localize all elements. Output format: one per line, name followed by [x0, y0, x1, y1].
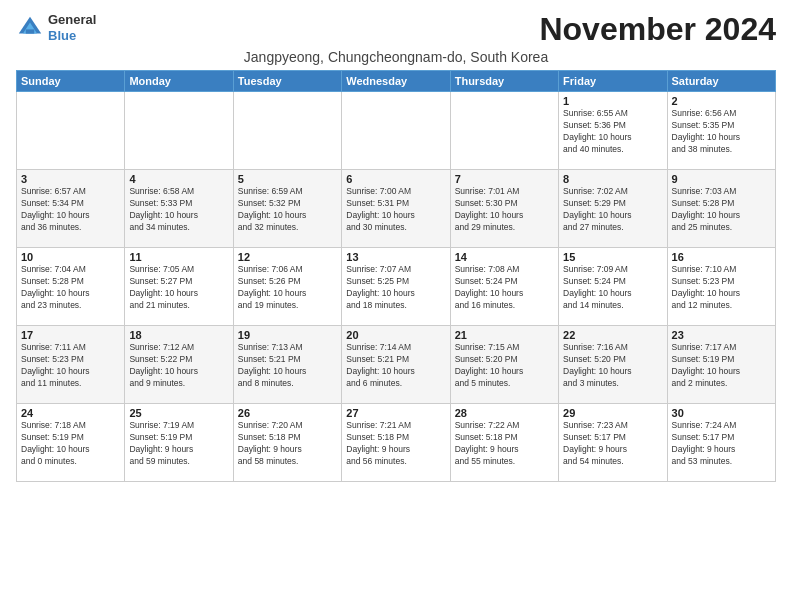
table-row: 20Sunrise: 7:14 AM Sunset: 5:21 PM Dayli… — [342, 326, 450, 404]
table-row: 5Sunrise: 6:59 AM Sunset: 5:32 PM Daylig… — [233, 170, 341, 248]
table-row — [450, 92, 558, 170]
day-info: Sunrise: 7:23 AM Sunset: 5:17 PM Dayligh… — [563, 420, 662, 468]
day-number: 20 — [346, 329, 445, 341]
col-friday: Friday — [559, 71, 667, 92]
day-number: 6 — [346, 173, 445, 185]
day-info: Sunrise: 7:13 AM Sunset: 5:21 PM Dayligh… — [238, 342, 337, 390]
table-row: 16Sunrise: 7:10 AM Sunset: 5:23 PM Dayli… — [667, 248, 775, 326]
day-info: Sunrise: 6:55 AM Sunset: 5:36 PM Dayligh… — [563, 108, 662, 156]
day-info: Sunrise: 7:03 AM Sunset: 5:28 PM Dayligh… — [672, 186, 771, 234]
day-info: Sunrise: 7:15 AM Sunset: 5:20 PM Dayligh… — [455, 342, 554, 390]
calendar-header-row: Sunday Monday Tuesday Wednesday Thursday… — [17, 71, 776, 92]
day-info: Sunrise: 7:19 AM Sunset: 5:19 PM Dayligh… — [129, 420, 228, 468]
day-info: Sunrise: 7:12 AM Sunset: 5:22 PM Dayligh… — [129, 342, 228, 390]
day-info: Sunrise: 6:58 AM Sunset: 5:33 PM Dayligh… — [129, 186, 228, 234]
table-row: 26Sunrise: 7:20 AM Sunset: 5:18 PM Dayli… — [233, 404, 341, 482]
table-row: 3Sunrise: 6:57 AM Sunset: 5:34 PM Daylig… — [17, 170, 125, 248]
table-row: 6Sunrise: 7:00 AM Sunset: 5:31 PM Daylig… — [342, 170, 450, 248]
day-info: Sunrise: 7:01 AM Sunset: 5:30 PM Dayligh… — [455, 186, 554, 234]
table-row: 24Sunrise: 7:18 AM Sunset: 5:19 PM Dayli… — [17, 404, 125, 482]
day-info: Sunrise: 7:02 AM Sunset: 5:29 PM Dayligh… — [563, 186, 662, 234]
day-info: Sunrise: 7:17 AM Sunset: 5:19 PM Dayligh… — [672, 342, 771, 390]
title-block: November 2024 — [539, 12, 776, 47]
col-tuesday: Tuesday — [233, 71, 341, 92]
day-info: Sunrise: 7:05 AM Sunset: 5:27 PM Dayligh… — [129, 264, 228, 312]
table-row: 9Sunrise: 7:03 AM Sunset: 5:28 PM Daylig… — [667, 170, 775, 248]
col-thursday: Thursday — [450, 71, 558, 92]
table-row: 12Sunrise: 7:06 AM Sunset: 5:26 PM Dayli… — [233, 248, 341, 326]
table-row: 1Sunrise: 6:55 AM Sunset: 5:36 PM Daylig… — [559, 92, 667, 170]
col-sunday: Sunday — [17, 71, 125, 92]
day-number: 27 — [346, 407, 445, 419]
day-number: 30 — [672, 407, 771, 419]
day-info: Sunrise: 7:10 AM Sunset: 5:23 PM Dayligh… — [672, 264, 771, 312]
day-info: Sunrise: 6:59 AM Sunset: 5:32 PM Dayligh… — [238, 186, 337, 234]
day-number: 18 — [129, 329, 228, 341]
day-number: 4 — [129, 173, 228, 185]
day-info: Sunrise: 7:11 AM Sunset: 5:23 PM Dayligh… — [21, 342, 120, 390]
day-number: 3 — [21, 173, 120, 185]
table-row: 14Sunrise: 7:08 AM Sunset: 5:24 PM Dayli… — [450, 248, 558, 326]
table-row: 8Sunrise: 7:02 AM Sunset: 5:29 PM Daylig… — [559, 170, 667, 248]
table-row: 19Sunrise: 7:13 AM Sunset: 5:21 PM Dayli… — [233, 326, 341, 404]
table-row — [342, 92, 450, 170]
col-saturday: Saturday — [667, 71, 775, 92]
table-row: 13Sunrise: 7:07 AM Sunset: 5:25 PM Dayli… — [342, 248, 450, 326]
day-number: 16 — [672, 251, 771, 263]
day-number: 25 — [129, 407, 228, 419]
day-info: Sunrise: 7:08 AM Sunset: 5:24 PM Dayligh… — [455, 264, 554, 312]
table-row — [125, 92, 233, 170]
table-row: 23Sunrise: 7:17 AM Sunset: 5:19 PM Dayli… — [667, 326, 775, 404]
table-row: 18Sunrise: 7:12 AM Sunset: 5:22 PM Dayli… — [125, 326, 233, 404]
col-monday: Monday — [125, 71, 233, 92]
table-row: 15Sunrise: 7:09 AM Sunset: 5:24 PM Dayli… — [559, 248, 667, 326]
table-row: 28Sunrise: 7:22 AM Sunset: 5:18 PM Dayli… — [450, 404, 558, 482]
calendar-week-row: 10Sunrise: 7:04 AM Sunset: 5:28 PM Dayli… — [17, 248, 776, 326]
day-info: Sunrise: 7:20 AM Sunset: 5:18 PM Dayligh… — [238, 420, 337, 468]
day-info: Sunrise: 7:21 AM Sunset: 5:18 PM Dayligh… — [346, 420, 445, 468]
day-info: Sunrise: 7:24 AM Sunset: 5:17 PM Dayligh… — [672, 420, 771, 468]
calendar-week-row: 1Sunrise: 6:55 AM Sunset: 5:36 PM Daylig… — [17, 92, 776, 170]
table-row: 25Sunrise: 7:19 AM Sunset: 5:19 PM Dayli… — [125, 404, 233, 482]
day-number: 8 — [563, 173, 662, 185]
logo: General Blue — [16, 12, 96, 43]
day-number: 26 — [238, 407, 337, 419]
calendar-week-row: 24Sunrise: 7:18 AM Sunset: 5:19 PM Dayli… — [17, 404, 776, 482]
day-number: 7 — [455, 173, 554, 185]
day-number: 29 — [563, 407, 662, 419]
logo-icon — [16, 14, 44, 42]
day-info: Sunrise: 7:04 AM Sunset: 5:28 PM Dayligh… — [21, 264, 120, 312]
day-number: 17 — [21, 329, 120, 341]
day-info: Sunrise: 7:09 AM Sunset: 5:24 PM Dayligh… — [563, 264, 662, 312]
calendar-table: Sunday Monday Tuesday Wednesday Thursday… — [16, 70, 776, 482]
day-info: Sunrise: 7:18 AM Sunset: 5:19 PM Dayligh… — [21, 420, 120, 468]
calendar-week-row: 3Sunrise: 6:57 AM Sunset: 5:34 PM Daylig… — [17, 170, 776, 248]
table-row: 27Sunrise: 7:21 AM Sunset: 5:18 PM Dayli… — [342, 404, 450, 482]
day-number: 24 — [21, 407, 120, 419]
table-row: 4Sunrise: 6:58 AM Sunset: 5:33 PM Daylig… — [125, 170, 233, 248]
day-number: 2 — [672, 95, 771, 107]
table-row: 17Sunrise: 7:11 AM Sunset: 5:23 PM Dayli… — [17, 326, 125, 404]
table-row: 22Sunrise: 7:16 AM Sunset: 5:20 PM Dayli… — [559, 326, 667, 404]
day-number: 9 — [672, 173, 771, 185]
day-number: 1 — [563, 95, 662, 107]
calendar-week-row: 17Sunrise: 7:11 AM Sunset: 5:23 PM Dayli… — [17, 326, 776, 404]
day-number: 11 — [129, 251, 228, 263]
table-row — [17, 92, 125, 170]
day-info: Sunrise: 7:07 AM Sunset: 5:25 PM Dayligh… — [346, 264, 445, 312]
day-info: Sunrise: 7:16 AM Sunset: 5:20 PM Dayligh… — [563, 342, 662, 390]
day-number: 5 — [238, 173, 337, 185]
day-info: Sunrise: 7:14 AM Sunset: 5:21 PM Dayligh… — [346, 342, 445, 390]
day-number: 10 — [21, 251, 120, 263]
table-row: 2Sunrise: 6:56 AM Sunset: 5:35 PM Daylig… — [667, 92, 775, 170]
day-number: 22 — [563, 329, 662, 341]
day-number: 12 — [238, 251, 337, 263]
day-info: Sunrise: 7:00 AM Sunset: 5:31 PM Dayligh… — [346, 186, 445, 234]
day-number: 15 — [563, 251, 662, 263]
table-row: 10Sunrise: 7:04 AM Sunset: 5:28 PM Dayli… — [17, 248, 125, 326]
day-info: Sunrise: 7:06 AM Sunset: 5:26 PM Dayligh… — [238, 264, 337, 312]
table-row: 21Sunrise: 7:15 AM Sunset: 5:20 PM Dayli… — [450, 326, 558, 404]
logo-text: General Blue — [48, 12, 96, 43]
month-title: November 2024 — [539, 12, 776, 47]
day-number: 28 — [455, 407, 554, 419]
